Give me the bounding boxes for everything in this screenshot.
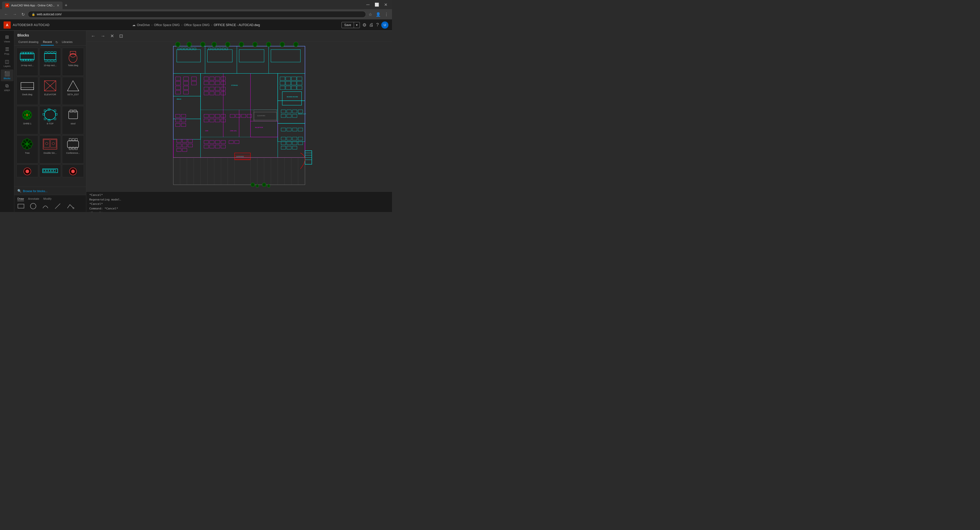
save-button[interactable]: Save ▾ xyxy=(342,22,360,28)
block-item-elevator[interactable]: ELEVATOR xyxy=(39,77,61,105)
svg-point-244 xyxy=(280,42,285,47)
browse-blocks-button[interactable]: 🔍 Browse for blocks... xyxy=(14,187,86,195)
bookmark-icon[interactable]: ☆ xyxy=(368,11,373,18)
tool-polyline[interactable] xyxy=(66,203,75,211)
breadcrumb-folder2[interactable]: Office Space DWG xyxy=(184,23,210,27)
tab-libraries[interactable]: Libraries xyxy=(60,39,75,45)
block-item-14top[interactable]: 14-top rect... xyxy=(16,48,38,76)
tool-line[interactable] xyxy=(54,203,61,211)
svg-point-64 xyxy=(52,142,55,145)
tab-draw[interactable]: Draw xyxy=(18,197,24,201)
help-icon[interactable]: ? xyxy=(376,22,379,27)
close-tab-icon[interactable]: ✕ xyxy=(57,3,59,7)
svg-rect-131 xyxy=(191,77,197,80)
svg-rect-145 xyxy=(204,92,208,95)
tool-arc[interactable] xyxy=(42,203,49,211)
tool-circle[interactable] xyxy=(30,203,37,211)
block-preview-8top xyxy=(41,108,59,122)
block-label-tree: Tree xyxy=(25,152,30,154)
block-item-r2[interactable] xyxy=(39,164,61,177)
sidebar-item-blocks[interactable]: ⬛ Blocks xyxy=(1,69,14,81)
svg-point-55 xyxy=(25,139,29,142)
refresh-icon[interactable]: ↻ xyxy=(54,39,59,45)
settings-icon[interactable]: ⚙ xyxy=(363,22,366,28)
svg-rect-184 xyxy=(177,148,181,152)
reload-button[interactable]: ↻ xyxy=(20,11,26,18)
svg-rect-146 xyxy=(210,92,214,95)
svg-rect-3 xyxy=(26,52,28,54)
block-preview-r3 xyxy=(64,166,82,175)
svg-rect-214 xyxy=(293,115,297,118)
tab-recent[interactable]: Recent xyxy=(41,39,54,45)
svg-rect-223 xyxy=(281,142,286,145)
breadcrumb-folder1[interactable]: Office Space DWG xyxy=(154,23,180,27)
block-item-10top[interactable]: 10-top rect... xyxy=(39,48,61,76)
svg-rect-125 xyxy=(176,86,181,89)
save-dropdown-icon[interactable]: ▾ xyxy=(354,22,360,28)
svg-rect-204 xyxy=(204,145,208,148)
browser-tab[interactable]: A AutoCAD Web App - Online CAD... ✕ xyxy=(2,2,62,9)
menu-icon[interactable]: ⋮ xyxy=(383,11,390,18)
sidebar-item-views[interactable]: ⊞ Views xyxy=(1,33,14,45)
user-avatar[interactable]: U xyxy=(381,21,388,29)
block-item-desk[interactable]: Desk.dwg xyxy=(16,77,38,105)
prop-label: Prop. xyxy=(4,53,10,55)
close-button[interactable]: ✕ xyxy=(382,0,390,9)
block-item-seta[interactable]: SETA_EST xyxy=(62,77,84,105)
svg-rect-222 xyxy=(298,137,303,140)
block-label-conference: Conference... xyxy=(66,152,80,154)
block-item-r3[interactable] xyxy=(62,164,84,177)
svg-rect-208 xyxy=(281,110,286,113)
breadcrumb-drive[interactable]: OneDrive xyxy=(137,23,150,27)
snap-button[interactable]: ✕ xyxy=(109,32,116,40)
svg-rect-207 xyxy=(221,145,226,148)
redo-button[interactable]: → xyxy=(99,32,107,40)
cmd-line-2: Regenerating model. xyxy=(89,198,389,202)
block-item-toilet[interactable]: Toilet.dwg xyxy=(62,48,84,76)
block-item-r1[interactable] xyxy=(16,164,38,177)
block-item-conference[interactable]: Conference... xyxy=(62,136,84,163)
svg-rect-133 xyxy=(204,77,208,80)
block-item-shrub[interactable]: SHRB 1 xyxy=(16,106,38,134)
block-label-10top: 10-top rect... xyxy=(44,64,57,67)
sidebar-item-layers[interactable]: ◫ Layers xyxy=(1,57,14,69)
block-preview-stool xyxy=(64,108,82,122)
tab-current-drawing[interactable]: Current drawing xyxy=(16,39,40,45)
svg-rect-139 xyxy=(215,81,220,85)
block-item-tree[interactable]: Tree xyxy=(16,136,38,163)
tool-rectangle[interactable] xyxy=(18,203,24,210)
svg-rect-180 xyxy=(188,139,192,142)
zoom-extents-button[interactable]: ⊡ xyxy=(118,32,124,40)
svg-point-270 xyxy=(256,184,259,187)
favicon: A xyxy=(5,3,9,7)
profile-icon[interactable]: 👤 xyxy=(375,11,382,18)
back-nav-button[interactable]: ← xyxy=(3,11,10,18)
svg-rect-4 xyxy=(29,52,30,54)
new-tab-button[interactable]: + xyxy=(62,2,69,9)
svg-point-58 xyxy=(29,142,33,146)
block-item-8top[interactable]: 8-TOP xyxy=(39,106,61,134)
breadcrumb-file: OFFICE SPACE - AUTOCAD.dwg xyxy=(214,23,260,27)
sidebar-item-xref[interactable]: ⧉ XREF xyxy=(1,82,14,93)
undo-button[interactable]: ← xyxy=(89,32,97,40)
svg-point-240 xyxy=(226,42,230,47)
address-bar[interactable]: 🔒 web.autocad.com/ xyxy=(28,11,366,18)
svg-rect-74 xyxy=(43,169,58,172)
restore-button[interactable]: ⬜ xyxy=(372,0,382,9)
print-icon[interactable]: 🖨 xyxy=(369,22,374,27)
breadcrumb-sep2: › xyxy=(181,23,182,27)
forward-nav-button[interactable]: → xyxy=(11,11,18,18)
tab-annotate[interactable]: Annotate xyxy=(28,197,39,201)
tab-modify[interactable]: Modify xyxy=(43,197,52,201)
svg-rect-193 xyxy=(247,115,251,118)
minimize-button[interactable]: ─ xyxy=(364,0,372,9)
drawing-canvas[interactable]: BOARD ROOM RECEPTION ELEVATORS BREAK OUT… xyxy=(86,42,392,192)
svg-rect-19 xyxy=(54,60,56,62)
views-icon: ⊞ xyxy=(5,34,9,40)
svg-rect-157 xyxy=(280,86,285,89)
svg-point-56 xyxy=(25,146,29,150)
breadcrumb-sep1: › xyxy=(151,23,152,27)
sidebar-item-prop[interactable]: ☰ Prop. xyxy=(1,45,14,57)
block-item-stool[interactable]: stool xyxy=(62,106,84,134)
block-item-double-sink[interactable]: Double Sin... xyxy=(39,136,61,163)
